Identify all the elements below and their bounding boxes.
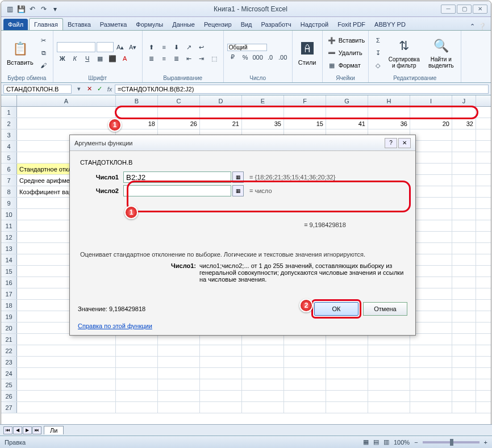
cell[interactable] xyxy=(410,175,452,186)
cell[interactable]: 26 xyxy=(158,118,200,129)
increase-decimal-icon[interactable]: .00 xyxy=(277,52,289,62)
col-header[interactable]: E xyxy=(242,95,284,106)
cell[interactable] xyxy=(452,300,476,311)
col-header[interactable]: J xyxy=(452,95,476,106)
wrap-text-icon[interactable]: ↩ xyxy=(196,42,207,52)
cell[interactable] xyxy=(368,391,410,401)
tab-layout[interactable]: Разметка xyxy=(95,19,132,30)
increase-font-icon[interactable]: A▴ xyxy=(115,42,126,52)
select-all-corner[interactable] xyxy=(1,95,17,106)
merge-icon[interactable]: ⬚ xyxy=(209,53,220,64)
spreadsheet-grid[interactable]: A B C D E F G H I J 12182621351541362032… xyxy=(1,95,491,421)
arg2-range-picker-icon[interactable]: ▦ xyxy=(232,185,244,196)
cell[interactable] xyxy=(284,379,326,390)
cell[interactable] xyxy=(410,220,452,231)
row-header[interactable]: 17 xyxy=(1,288,17,299)
row-header[interactable]: 11 xyxy=(1,220,17,231)
number-format-combo[interactable]: Общий xyxy=(227,44,267,51)
fx-icon[interactable]: fx xyxy=(105,86,115,93)
cell[interactable] xyxy=(452,277,476,288)
dialog-close-icon[interactable]: ✕ xyxy=(398,138,411,148)
cell[interactable] xyxy=(17,345,116,356)
align-middle-icon[interactable]: ≡ xyxy=(159,42,170,52)
row-header[interactable]: 9 xyxy=(1,198,17,208)
orientation-icon[interactable]: ↗ xyxy=(184,42,195,52)
cell[interactable] xyxy=(410,164,452,174)
cell[interactable] xyxy=(410,232,452,242)
cell[interactable] xyxy=(242,391,284,401)
cell[interactable] xyxy=(284,357,326,367)
cell[interactable] xyxy=(410,357,452,367)
row-header[interactable]: 3 xyxy=(1,129,17,140)
cell[interactable] xyxy=(452,288,476,299)
help-icon[interactable]: ❔ xyxy=(478,23,486,30)
comma-icon[interactable]: 000 xyxy=(252,52,264,62)
cell[interactable] xyxy=(452,391,476,401)
cell[interactable] xyxy=(158,379,200,390)
cell[interactable] xyxy=(452,243,476,254)
cell[interactable] xyxy=(242,402,284,413)
cell[interactable] xyxy=(326,379,368,390)
copy-icon[interactable]: ⧉ xyxy=(38,47,49,58)
cell[interactable] xyxy=(116,368,158,379)
tab-dev[interactable]: Разработч xyxy=(257,19,296,30)
cell[interactable] xyxy=(116,391,158,401)
fill-color-icon[interactable]: ⬛ xyxy=(107,53,118,64)
cell[interactable] xyxy=(452,186,476,197)
close-button[interactable]: ✕ xyxy=(473,5,487,14)
arg2-input[interactable] xyxy=(123,185,231,196)
align-left-icon[interactable]: ≣ xyxy=(146,53,157,64)
cut-icon[interactable]: ✂ xyxy=(38,35,49,46)
row-header[interactable]: 19 xyxy=(1,311,17,322)
cell[interactable] xyxy=(326,107,368,118)
cell[interactable] xyxy=(158,107,200,118)
sheet-nav-next-icon[interactable]: ▶ xyxy=(23,426,32,434)
underline-icon[interactable]: Ч xyxy=(82,53,93,64)
find-select-button[interactable]: 🔍 Найти и выделить xyxy=(424,36,457,70)
decrease-font-icon[interactable]: A▾ xyxy=(127,42,139,52)
tab-review[interactable]: Рецензир xyxy=(199,19,236,30)
format-painter-icon[interactable]: 🖌 xyxy=(38,60,49,71)
ok-button[interactable]: ОК xyxy=(314,302,358,316)
tab-addins[interactable]: Надстрой xyxy=(296,19,333,30)
cell[interactable] xyxy=(17,402,116,413)
cell[interactable] xyxy=(17,368,116,379)
cell[interactable] xyxy=(452,357,476,367)
cell[interactable] xyxy=(200,368,242,379)
cell[interactable] xyxy=(410,311,452,322)
border-icon[interactable]: ▦ xyxy=(94,53,106,64)
clear-icon[interactable]: ◇ xyxy=(372,60,383,70)
row-header[interactable]: 12 xyxy=(1,232,17,242)
cell[interactable] xyxy=(452,402,476,413)
cell[interactable] xyxy=(116,402,158,413)
row-header[interactable]: 6 xyxy=(1,164,17,174)
cell[interactable] xyxy=(200,379,242,390)
decrease-decimal-icon[interactable]: .0 xyxy=(265,52,276,62)
enter-formula-icon[interactable]: ✓ xyxy=(94,85,105,93)
cell[interactable]: 15 xyxy=(284,118,326,129)
cell[interactable] xyxy=(410,186,452,197)
font-color-icon[interactable]: A xyxy=(119,53,131,64)
row-header[interactable]: 22 xyxy=(1,345,17,356)
zoom-in-icon[interactable]: + xyxy=(484,439,487,446)
cell[interactable] xyxy=(158,357,200,367)
tab-view[interactable]: Вид xyxy=(236,19,257,30)
delete-cells-icon[interactable]: ➖ xyxy=(326,48,337,58)
minimize-button[interactable]: ─ xyxy=(441,5,456,14)
cell[interactable] xyxy=(326,368,368,379)
cell[interactable] xyxy=(410,277,452,288)
cell[interactable] xyxy=(452,141,476,152)
cell[interactable] xyxy=(452,345,476,356)
cell[interactable] xyxy=(410,402,452,413)
undo-icon[interactable]: ↶ xyxy=(27,4,37,14)
sheet-tab[interactable]: Ли xyxy=(44,426,64,434)
qat-more-icon[interactable]: ▾ xyxy=(50,4,60,14)
cell[interactable] xyxy=(452,129,476,140)
cell[interactable] xyxy=(116,357,158,367)
row-header[interactable]: 1 xyxy=(1,107,17,118)
tab-home[interactable]: Главная xyxy=(29,18,63,30)
font-size-combo[interactable] xyxy=(97,42,114,52)
namebox-dropdown-icon[interactable]: ▾ xyxy=(74,85,84,93)
col-header[interactable]: I xyxy=(410,95,452,106)
cell[interactable] xyxy=(410,323,452,333)
